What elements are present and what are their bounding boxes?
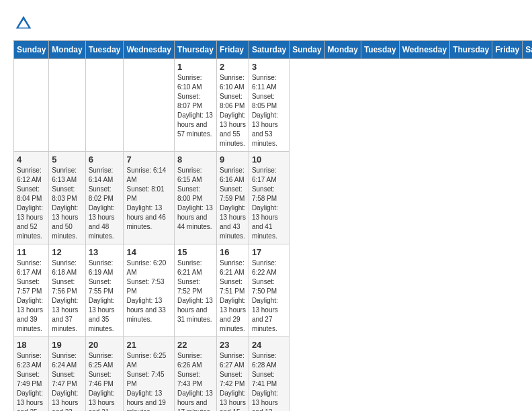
day-info: Sunrise: 6:19 AMSunset: 7:55 PMDaylight:… <box>89 259 121 334</box>
calendar-day: 23Sunrise: 6:27 AMSunset: 7:42 PMDayligh… <box>216 337 249 412</box>
calendar-day: 24Sunrise: 6:28 AMSunset: 7:41 PMDayligh… <box>249 337 289 412</box>
header-friday: Friday <box>216 41 249 59</box>
day-number: 24 <box>252 340 286 350</box>
calendar-day <box>14 59 49 152</box>
day-number: 19 <box>52 340 82 350</box>
calendar-day <box>124 59 174 152</box>
day-info: Sunrise: 6:21 AMSunset: 7:52 PMDaylight:… <box>177 259 214 324</box>
day-info: Sunrise: 6:16 AMSunset: 7:59 PMDaylight:… <box>220 166 246 241</box>
day-number: 20 <box>89 340 121 350</box>
calendar-week-2: 4Sunrise: 6:12 AMSunset: 8:04 PMDaylight… <box>14 152 533 244</box>
day-number: 4 <box>17 154 46 165</box>
logo <box>13 13 38 34</box>
calendar-table: SundayMondayTuesdayWednesdayThursdayFrid… <box>13 40 532 411</box>
calendar-day: 20Sunrise: 6:25 AMSunset: 7:46 PMDayligh… <box>85 337 124 412</box>
col-header-tuesday: Tuesday <box>361 41 399 59</box>
calendar-day <box>85 59 124 152</box>
calendar-week-3: 11Sunrise: 6:17 AMSunset: 7:57 PMDayligh… <box>14 244 533 337</box>
day-info: Sunrise: 6:26 AMSunset: 7:43 PMDaylight:… <box>177 351 214 411</box>
day-info: Sunrise: 6:24 AMSunset: 7:47 PMDaylight:… <box>52 351 82 411</box>
day-info: Sunrise: 6:13 AMSunset: 8:03 PMDaylight:… <box>52 166 82 241</box>
calendar-day: 22Sunrise: 6:26 AMSunset: 7:43 PMDayligh… <box>174 337 216 412</box>
day-info: Sunrise: 6:27 AMSunset: 7:42 PMDaylight:… <box>220 351 246 411</box>
day-info: Sunrise: 6:18 AMSunset: 7:56 PMDaylight:… <box>52 259 82 334</box>
day-number: 22 <box>177 340 214 350</box>
calendar-day: 8Sunrise: 6:15 AMSunset: 8:00 PMDaylight… <box>174 152 216 244</box>
calendar-day: 9Sunrise: 6:16 AMSunset: 7:59 PMDaylight… <box>216 152 249 244</box>
calendar-day: 6Sunrise: 6:14 AMSunset: 8:02 PMDaylight… <box>85 152 124 244</box>
day-number: 12 <box>52 247 82 257</box>
day-number: 17 <box>252 247 286 257</box>
page-header <box>13 13 519 34</box>
day-info: Sunrise: 6:22 AMSunset: 7:50 PMDaylight:… <box>252 259 286 334</box>
col-header-wednesday: Wednesday <box>399 41 449 59</box>
calendar-day: 19Sunrise: 6:24 AMSunset: 7:47 PMDayligh… <box>49 337 85 412</box>
calendar-day: 16Sunrise: 6:21 AMSunset: 7:51 PMDayligh… <box>216 244 249 337</box>
calendar-week-1: 1Sunrise: 6:10 AMSunset: 8:07 PMDaylight… <box>14 59 533 152</box>
day-info: Sunrise: 6:17 AMSunset: 7:57 PMDaylight:… <box>17 259 46 334</box>
day-number: 5 <box>52 154 82 165</box>
header-thursday: Thursday <box>174 41 216 59</box>
day-info: Sunrise: 6:10 AMSunset: 8:06 PMDaylight:… <box>220 73 246 148</box>
col-header-saturday: Saturday <box>523 41 532 59</box>
calendar-day: 11Sunrise: 6:17 AMSunset: 7:57 PMDayligh… <box>14 244 49 337</box>
day-number: 15 <box>177 247 214 257</box>
day-number: 6 <box>89 154 121 165</box>
day-number: 9 <box>220 154 246 165</box>
day-number: 10 <box>252 154 286 165</box>
header-tuesday: Tuesday <box>85 41 124 59</box>
logo-icon <box>13 13 34 34</box>
day-info: Sunrise: 6:17 AMSunset: 7:58 PMDaylight:… <box>252 166 286 241</box>
day-info: Sunrise: 6:14 AMSunset: 8:02 PMDaylight:… <box>89 166 121 241</box>
day-info: Sunrise: 6:15 AMSunset: 8:00 PMDaylight:… <box>177 166 214 232</box>
calendar-day: 13Sunrise: 6:19 AMSunset: 7:55 PMDayligh… <box>85 244 124 337</box>
day-number: 23 <box>220 340 246 350</box>
calendar-day: 12Sunrise: 6:18 AMSunset: 7:56 PMDayligh… <box>49 244 85 337</box>
day-number: 3 <box>252 62 286 72</box>
calendar-day: 4Sunrise: 6:12 AMSunset: 8:04 PMDaylight… <box>14 152 49 244</box>
calendar-day <box>49 59 85 152</box>
calendar-day: 15Sunrise: 6:21 AMSunset: 7:52 PMDayligh… <box>174 244 216 337</box>
calendar-week-4: 18Sunrise: 6:23 AMSunset: 7:49 PMDayligh… <box>14 337 533 412</box>
header-monday: Monday <box>49 41 85 59</box>
day-number: 1 <box>177 62 214 72</box>
day-info: Sunrise: 6:10 AMSunset: 8:07 PMDaylight:… <box>177 73 214 139</box>
day-info: Sunrise: 6:25 AMSunset: 7:45 PMDaylight:… <box>126 351 171 411</box>
calendar-day: 10Sunrise: 6:17 AMSunset: 7:58 PMDayligh… <box>249 152 289 244</box>
header-wednesday: Wednesday <box>124 41 174 59</box>
calendar-header-row: SundayMondayTuesdayWednesdayThursdayFrid… <box>14 41 533 59</box>
col-header-thursday: Thursday <box>450 41 492 59</box>
day-info: Sunrise: 6:25 AMSunset: 7:46 PMDaylight:… <box>89 351 121 411</box>
header-saturday: Saturday <box>249 41 289 59</box>
day-number: 13 <box>89 247 121 257</box>
day-number: 14 <box>126 247 171 257</box>
day-info: Sunrise: 6:12 AMSunset: 8:04 PMDaylight:… <box>17 166 46 241</box>
day-number: 18 <box>17 340 46 350</box>
calendar-day: 7Sunrise: 6:14 AMSunset: 8:01 PMDaylight… <box>124 152 174 244</box>
day-number: 2 <box>220 62 246 72</box>
day-number: 16 <box>220 247 246 257</box>
calendar-day: 14Sunrise: 6:20 AMSunset: 7:53 PMDayligh… <box>124 244 174 337</box>
calendar-day: 21Sunrise: 6:25 AMSunset: 7:45 PMDayligh… <box>124 337 174 412</box>
calendar-day: 5Sunrise: 6:13 AMSunset: 8:03 PMDaylight… <box>49 152 85 244</box>
day-number: 8 <box>177 154 214 165</box>
col-header-friday: Friday <box>492 41 523 59</box>
col-header-monday: Monday <box>324 41 361 59</box>
day-number: 21 <box>126 340 171 350</box>
day-number: 7 <box>126 154 171 165</box>
calendar-day: 3Sunrise: 6:11 AMSunset: 8:05 PMDaylight… <box>249 59 289 152</box>
calendar-day: 1Sunrise: 6:10 AMSunset: 8:07 PMDaylight… <box>174 59 216 152</box>
day-info: Sunrise: 6:23 AMSunset: 7:49 PMDaylight:… <box>17 351 46 411</box>
day-number: 11 <box>17 247 46 257</box>
day-info: Sunrise: 6:28 AMSunset: 7:41 PMDaylight:… <box>252 351 286 411</box>
calendar-day: 18Sunrise: 6:23 AMSunset: 7:49 PMDayligh… <box>14 337 49 412</box>
day-info: Sunrise: 6:14 AMSunset: 8:01 PMDaylight:… <box>126 166 171 232</box>
header-sunday: Sunday <box>14 41 49 59</box>
day-info: Sunrise: 6:21 AMSunset: 7:51 PMDaylight:… <box>220 259 246 334</box>
day-info: Sunrise: 6:20 AMSunset: 7:53 PMDaylight:… <box>126 259 171 324</box>
col-header-sunday: Sunday <box>290 41 324 59</box>
day-info: Sunrise: 6:11 AMSunset: 8:05 PMDaylight:… <box>252 73 286 148</box>
calendar-day: 17Sunrise: 6:22 AMSunset: 7:50 PMDayligh… <box>249 244 289 337</box>
calendar-day: 2Sunrise: 6:10 AMSunset: 8:06 PMDaylight… <box>216 59 249 152</box>
